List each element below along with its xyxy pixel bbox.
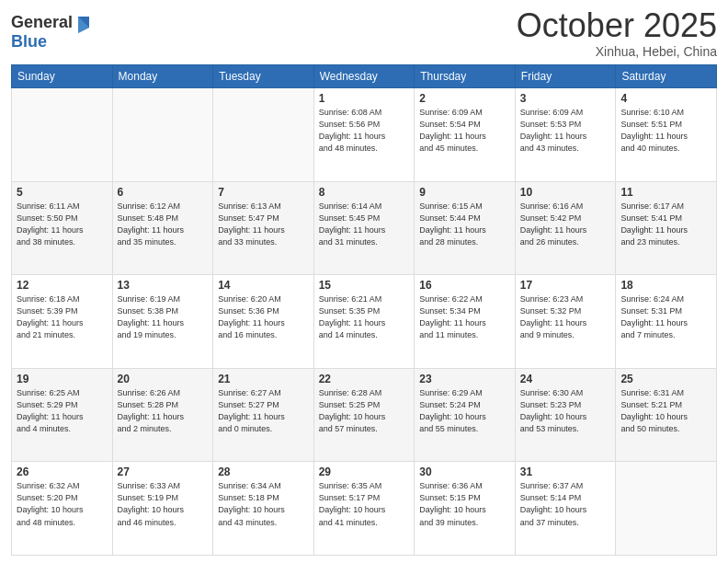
day-number: 11 [620,186,711,199]
day-number: 20 [118,373,209,385]
table-row: 26Sunrise: 6:32 AMSunset: 5:20 PMDayligh… [12,462,113,556]
cell-info: Sunrise: 6:31 AMSunset: 5:21 PMDaylight:… [620,387,711,435]
cell-info: Sunrise: 6:10 AMSunset: 5:51 PMDaylight:… [620,107,711,155]
cell-info: Sunrise: 6:37 AMSunset: 5:14 PMDaylight:… [520,480,611,528]
cell-info: Sunrise: 6:11 AMSunset: 5:50 PMDaylight:… [17,201,108,248]
cell-info: Sunrise: 6:26 AMSunset: 5:28 PMDaylight:… [118,387,209,435]
logo-icon [74,15,91,35]
day-number: 4 [620,92,711,105]
cell-info: Sunrise: 6:27 AMSunset: 5:27 PMDaylight:… [218,387,309,435]
table-row: 5Sunrise: 6:11 AMSunset: 5:50 PMDaylight… [12,181,113,275]
table-row: 18Sunrise: 6:24 AMSunset: 5:31 PMDayligh… [616,275,717,369]
day-number: 21 [218,373,309,385]
table-row: 3Sunrise: 6:09 AMSunset: 5:53 PMDaylight… [515,88,616,182]
table-row: 16Sunrise: 6:22 AMSunset: 5:34 PMDayligh… [415,275,516,369]
day-number: 29 [319,465,410,478]
table-row: 30Sunrise: 6:36 AMSunset: 5:15 PMDayligh… [415,462,516,556]
day-number: 10 [520,186,611,199]
table-row: 20Sunrise: 6:26 AMSunset: 5:28 PMDayligh… [112,368,213,462]
day-number: 9 [419,186,510,199]
col-wednesday: Wednesday [313,65,415,88]
day-number: 14 [218,279,309,292]
day-number: 7 [218,186,309,199]
cell-info: Sunrise: 6:20 AMSunset: 5:36 PMDaylight:… [218,293,309,341]
table-row: 14Sunrise: 6:20 AMSunset: 5:36 PMDayligh… [213,275,314,369]
cell-info: Sunrise: 6:19 AMSunset: 5:38 PMDaylight:… [118,293,209,341]
calendar-week-row: 19Sunrise: 6:25 AMSunset: 5:29 PMDayligh… [12,368,717,462]
table-row: 12Sunrise: 6:18 AMSunset: 5:39 PMDayligh… [12,275,113,369]
page-container: General Blue October 2025 Xinhua, Hebei,… [0,0,728,563]
col-friday: Friday [515,65,616,88]
location: Xinhua, Hebei, China [517,44,717,59]
table-row: 11Sunrise: 6:17 AMSunset: 5:41 PMDayligh… [616,181,717,275]
table-row: 22Sunrise: 6:28 AMSunset: 5:25 PMDayligh… [313,368,415,462]
day-number: 13 [118,279,209,292]
logo-general: General [11,13,73,32]
title-block: October 2025 Xinhua, Hebei, China [517,9,717,59]
table-row: 4Sunrise: 6:10 AMSunset: 5:51 PMDaylight… [616,88,717,182]
col-sunday: Sunday [12,65,113,88]
cell-info: Sunrise: 6:35 AMSunset: 5:17 PMDaylight:… [319,480,410,528]
day-number: 31 [520,465,611,478]
day-number: 6 [118,186,209,199]
cell-info: Sunrise: 6:21 AMSunset: 5:35 PMDaylight:… [319,293,410,341]
day-number: 15 [319,279,410,292]
logo: General Blue [11,13,91,51]
day-number: 27 [118,465,209,478]
table-row [213,88,314,182]
calendar-week-row: 1Sunrise: 6:08 AMSunset: 5:56 PMDaylight… [12,88,717,182]
table-row: 1Sunrise: 6:08 AMSunset: 5:56 PMDaylight… [313,88,415,182]
cell-info: Sunrise: 6:23 AMSunset: 5:32 PMDaylight:… [520,293,611,341]
table-row [112,88,213,182]
table-row: 9Sunrise: 6:15 AMSunset: 5:44 PMDaylight… [415,181,516,275]
cell-info: Sunrise: 6:29 AMSunset: 5:24 PMDaylight:… [419,387,510,435]
cell-info: Sunrise: 6:28 AMSunset: 5:25 PMDaylight:… [319,387,410,435]
cell-info: Sunrise: 6:33 AMSunset: 5:19 PMDaylight:… [118,480,209,528]
table-row: 17Sunrise: 6:23 AMSunset: 5:32 PMDayligh… [515,275,616,369]
cell-info: Sunrise: 6:08 AMSunset: 5:56 PMDaylight:… [319,107,410,155]
table-row [616,462,717,556]
table-row: 6Sunrise: 6:12 AMSunset: 5:48 PMDaylight… [112,181,213,275]
cell-info: Sunrise: 6:17 AMSunset: 5:41 PMDaylight:… [620,201,711,248]
table-row: 25Sunrise: 6:31 AMSunset: 5:21 PMDayligh… [616,368,717,462]
day-number: 1 [319,92,410,105]
day-number: 22 [319,373,410,385]
table-row: 7Sunrise: 6:13 AMSunset: 5:47 PMDaylight… [213,181,314,275]
cell-info: Sunrise: 6:15 AMSunset: 5:44 PMDaylight:… [419,201,510,248]
day-number: 17 [520,279,611,292]
table-row: 31Sunrise: 6:37 AMSunset: 5:14 PMDayligh… [515,462,616,556]
day-number: 5 [17,186,108,199]
day-number: 12 [17,279,108,292]
calendar-header-row: Sunday Monday Tuesday Wednesday Thursday… [12,65,717,88]
calendar-week-row: 5Sunrise: 6:11 AMSunset: 5:50 PMDaylight… [12,181,717,275]
cell-info: Sunrise: 6:36 AMSunset: 5:15 PMDaylight:… [419,480,510,528]
table-row: 15Sunrise: 6:21 AMSunset: 5:35 PMDayligh… [313,275,415,369]
col-thursday: Thursday [415,65,516,88]
day-number: 16 [419,279,510,292]
cell-info: Sunrise: 6:16 AMSunset: 5:42 PMDaylight:… [520,201,611,248]
cell-info: Sunrise: 6:25 AMSunset: 5:29 PMDaylight:… [17,387,108,435]
table-row: 8Sunrise: 6:14 AMSunset: 5:45 PMDaylight… [313,181,415,275]
cell-info: Sunrise: 6:18 AMSunset: 5:39 PMDaylight:… [17,293,108,341]
month-title: October 2025 [517,9,717,42]
day-number: 19 [17,373,108,385]
cell-info: Sunrise: 6:14 AMSunset: 5:45 PMDaylight:… [319,201,410,248]
cell-info: Sunrise: 6:13 AMSunset: 5:47 PMDaylight:… [218,201,309,248]
cell-info: Sunrise: 6:24 AMSunset: 5:31 PMDaylight:… [620,293,711,341]
table-row: 21Sunrise: 6:27 AMSunset: 5:27 PMDayligh… [213,368,314,462]
table-row: 2Sunrise: 6:09 AMSunset: 5:54 PMDaylight… [415,88,516,182]
cell-info: Sunrise: 6:09 AMSunset: 5:53 PMDaylight:… [520,107,611,155]
table-row: 29Sunrise: 6:35 AMSunset: 5:17 PMDayligh… [313,462,415,556]
day-number: 25 [620,373,711,385]
table-row: 23Sunrise: 6:29 AMSunset: 5:24 PMDayligh… [415,368,516,462]
cell-info: Sunrise: 6:34 AMSunset: 5:18 PMDaylight:… [218,480,309,528]
day-number: 2 [419,92,510,105]
table-row: 13Sunrise: 6:19 AMSunset: 5:38 PMDayligh… [112,275,213,369]
day-number: 26 [17,465,108,478]
header: General Blue October 2025 Xinhua, Hebei,… [11,9,717,59]
day-number: 24 [520,373,611,385]
day-number: 18 [620,279,711,292]
cell-info: Sunrise: 6:09 AMSunset: 5:54 PMDaylight:… [419,107,510,155]
cell-info: Sunrise: 6:30 AMSunset: 5:23 PMDaylight:… [520,387,611,435]
col-monday: Monday [112,65,213,88]
